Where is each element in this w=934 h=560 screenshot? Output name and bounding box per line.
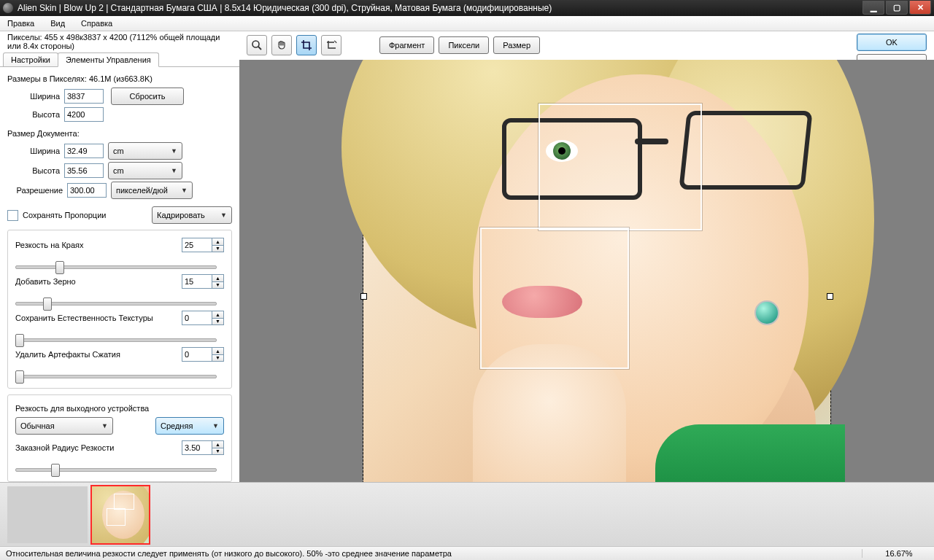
add-grain-input[interactable]	[182, 274, 212, 289]
spin-up-icon[interactable]: ▲	[212, 311, 223, 319]
output-level-value: Средняя	[161, 421, 193, 430]
doc-width-unit-select[interactable]: cm▼	[108, 142, 182, 160]
thumbnail-selected[interactable]	[90, 485, 150, 545]
svg-line-1	[258, 47, 261, 50]
zoom-tool[interactable]	[247, 35, 267, 55]
spin-down-icon[interactable]: ▼	[212, 282, 223, 289]
spin-up-icon[interactable]: ▲	[212, 275, 223, 282]
earring-icon	[754, 300, 779, 325]
doc-width-label: Ширина	[7, 147, 64, 155]
spin-down-icon[interactable]: ▼	[212, 319, 223, 325]
add-grain-label: Добавить Зерно	[15, 277, 182, 286]
status-zoom: 16.67%	[862, 549, 928, 558]
tabstrip: Настройки Элементы Управления	[0, 52, 239, 67]
remove-artifacts-label: Удалить Артефакты Сжатия	[15, 350, 182, 359]
statusbar: Относительная величина резкости следует …	[0, 546, 934, 560]
thumbnail-strip	[0, 482, 934, 547]
resolution-unit-value: пикселей/дюй	[116, 186, 168, 195]
app-icon	[3, 3, 13, 13]
keep-texture-label: Сохранить Естественность Текстуры	[15, 314, 182, 322]
spin-down-icon[interactable]: ▼	[212, 448, 223, 455]
tab-settings[interactable]: Настройки	[3, 52, 58, 66]
window-titlebar: Alien Skin | Blow Up 2 | Стандартная Бум…	[0, 0, 934, 16]
pixel-size-title: Размеры в Пикселях: 46.1M (из663.8K)	[7, 74, 232, 83]
preview-viewport[interactable]	[239, 60, 934, 482]
keep-texture-spinner[interactable]: ▲▼	[182, 311, 224, 325]
fragment-button[interactable]: Фрагмент	[379, 36, 434, 54]
preview-image	[363, 60, 830, 482]
menubar: Правка Вид Справка	[0, 16, 934, 31]
spin-down-icon[interactable]: ▼	[212, 246, 223, 252]
crop-mode-value: Кадрировать	[157, 211, 205, 219]
doc-height-label: Высота	[7, 166, 64, 175]
custom-radius-label: Заказной Радиус Резкости	[15, 443, 182, 452]
crop-tool[interactable]	[296, 35, 317, 55]
pixel-width-input[interactable]	[64, 89, 104, 104]
window-minimize-button[interactable]: ▁	[862, 1, 884, 15]
spin-up-icon[interactable]: ▲	[212, 441, 223, 448]
controls-panel: Размеры в Пикселях: 46.1M (из663.8K) Шир…	[0, 67, 239, 482]
doc-size-title: Размер Документа:	[7, 129, 232, 138]
keep-proportions-label: Сохранять Пропорции	[23, 211, 106, 219]
doc-width-unit-value: cm	[113, 147, 124, 155]
remove-artifacts-slider[interactable]	[15, 369, 217, 382]
sharpen-edges-input[interactable]	[182, 238, 212, 252]
custom-radius-spinner[interactable]: ▲▼	[182, 440, 224, 455]
menu-edit[interactable]: Правка	[4, 18, 37, 29]
output-preset-value: Обычная	[20, 421, 55, 430]
menu-view[interactable]: Вид	[47, 18, 68, 29]
pan-tool[interactable]	[271, 35, 292, 55]
resolution-label: Разрешение	[7, 186, 67, 195]
crop-rotate-icon	[325, 39, 337, 51]
keep-texture-slider[interactable]	[15, 332, 217, 346]
doc-height-input[interactable]	[64, 163, 104, 178]
menu-help[interactable]: Справка	[78, 18, 115, 29]
keep-proportions-checkbox[interactable]: Сохранять Пропорции	[7, 210, 106, 221]
remove-artifacts-spinner[interactable]: ▲▼	[182, 347, 224, 362]
resolution-unit-select[interactable]: пикселей/дюй▼	[111, 182, 193, 199]
sharpen-edges-slider[interactable]	[15, 260, 217, 273]
crop-icon	[301, 39, 312, 51]
pixel-info: Пикселы: 455 x 498к3837 x 4200 (7112% об…	[0, 31, 239, 52]
spin-up-icon[interactable]: ▲	[212, 348, 223, 355]
spin-down-icon[interactable]: ▼	[212, 355, 223, 362]
selection-box[interactable]	[539, 104, 702, 230]
sharpen-edges-label: Резкость на Краях	[15, 241, 182, 249]
add-grain-spinner[interactable]: ▲▼	[182, 274, 224, 289]
window-maximize-button[interactable]: ▢	[886, 1, 908, 15]
status-text: Относительная величина резкости следует …	[6, 549, 862, 558]
output-level-select[interactable]: Средняя▼	[155, 417, 224, 435]
checkbox-icon	[7, 210, 18, 221]
remove-artifacts-input[interactable]	[182, 347, 212, 362]
doc-height-unit-select[interactable]: cm▼	[108, 162, 182, 179]
reset-button[interactable]: Сбросить	[111, 88, 184, 105]
sharpen-edges-spinner[interactable]: ▲▼	[182, 238, 224, 252]
output-preset-select[interactable]: Обычная▼	[15, 417, 113, 435]
doc-height-unit-value: cm	[113, 166, 124, 175]
size-button[interactable]: Размер	[493, 36, 540, 54]
crop-rotate-tool[interactable]	[321, 35, 341, 55]
tab-controls[interactable]: Элементы Управления	[58, 52, 159, 67]
spin-up-icon[interactable]: ▲	[212, 238, 223, 246]
toolbar: Фрагмент Пиксели Размер	[239, 31, 934, 60]
resolution-input[interactable]	[67, 183, 107, 198]
add-grain-slider[interactable]	[15, 296, 217, 309]
pixel-height-input[interactable]	[64, 107, 104, 122]
svg-point-0	[252, 41, 259, 47]
selection-box[interactable]	[480, 228, 629, 369]
zoom-icon	[251, 39, 263, 51]
thumbnail-placeholder	[7, 486, 88, 543]
pan-icon	[276, 39, 287, 51]
keep-texture-input[interactable]	[182, 311, 212, 325]
output-sharpen-group: Резкость для выходного устройства Обычна…	[7, 394, 232, 482]
height-label: Высота	[7, 110, 64, 119]
sharpening-group: Резкость на Краях ▲▼ Добавить Зерно ▲▼	[7, 230, 232, 389]
window-close-button[interactable]: ✕	[909, 1, 931, 15]
custom-radius-input[interactable]	[182, 440, 212, 455]
width-label: Ширина	[7, 92, 64, 101]
pixels-button[interactable]: Пиксели	[439, 36, 489, 54]
output-sharpen-title: Резкость для выходного устройства	[15, 404, 224, 413]
custom-radius-slider[interactable]	[15, 462, 217, 475]
doc-width-input[interactable]	[64, 144, 104, 158]
crop-mode-select[interactable]: Кадрировать▼	[152, 206, 232, 224]
